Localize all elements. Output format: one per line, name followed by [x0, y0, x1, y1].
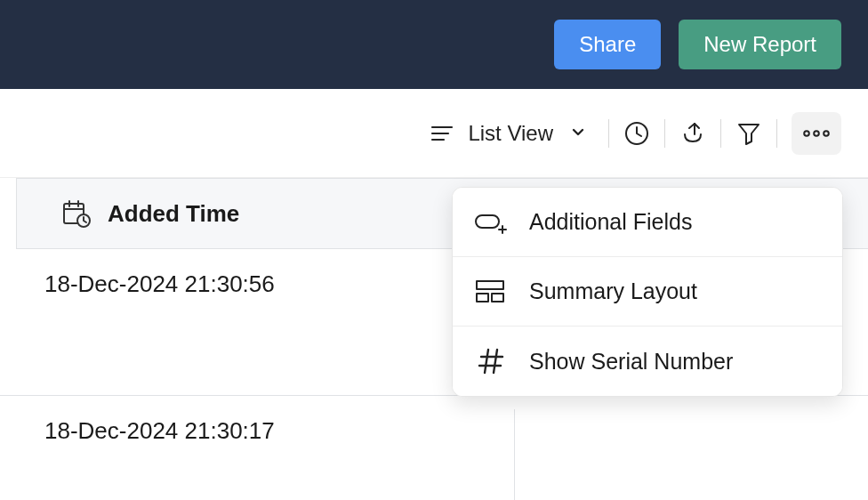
hash-icon: [474, 347, 508, 375]
filter-icon[interactable]: [735, 120, 762, 147]
share-button-label: Share: [579, 32, 636, 57]
separator: [608, 119, 609, 148]
view-selector[interactable]: List View: [422, 120, 594, 147]
column-divider: [514, 409, 515, 500]
svg-point-6: [814, 131, 819, 136]
table-row[interactable]: 18-Dec-2024 21:30:17: [0, 396, 868, 500]
menu-item-label: Summary Layout: [529, 278, 697, 304]
new-report-button-label: New Report: [703, 32, 816, 57]
summary-layout-icon: [474, 278, 508, 306]
more-dropdown: Additional Fields Summary Layout Show Se…: [452, 187, 843, 397]
menu-item-label: Additional Fields: [529, 209, 692, 235]
toolbar: List View: [0, 89, 868, 178]
calendar-clock-icon: [61, 198, 92, 229]
menu-show-serial[interactable]: Show Serial Number: [453, 327, 842, 396]
svg-rect-16: [477, 281, 503, 289]
clock-icon[interactable]: [623, 120, 650, 147]
svg-point-5: [804, 131, 809, 136]
separator: [776, 119, 777, 148]
svg-rect-13: [476, 215, 499, 228]
column-header-label: Added Time: [108, 200, 239, 228]
svg-line-21: [485, 350, 488, 373]
menu-additional-fields[interactable]: Additional Fields: [453, 188, 842, 257]
view-selector-label: List View: [468, 121, 553, 146]
svg-rect-18: [492, 294, 503, 302]
added-time-cell: 18-Dec-2024 21:30:17: [44, 417, 275, 445]
export-icon[interactable]: [679, 120, 706, 147]
separator: [720, 119, 721, 148]
top-header: Share New Report: [0, 0, 868, 89]
menu-item-label: Show Serial Number: [529, 349, 733, 375]
more-button[interactable]: [792, 112, 841, 155]
more-icon: [801, 125, 832, 141]
added-time-cell: 18-Dec-2024 21:30:56: [44, 270, 275, 298]
list-icon: [429, 120, 455, 147]
share-button[interactable]: Share: [554, 20, 661, 69]
chevron-down-icon: [569, 123, 587, 144]
new-report-button[interactable]: New Report: [679, 20, 841, 69]
additional-fields-icon: [474, 208, 508, 237]
svg-line-22: [494, 350, 497, 373]
svg-rect-17: [477, 294, 488, 302]
separator: [664, 119, 665, 148]
menu-summary-layout[interactable]: Summary Layout: [453, 257, 842, 327]
svg-point-7: [824, 131, 829, 136]
